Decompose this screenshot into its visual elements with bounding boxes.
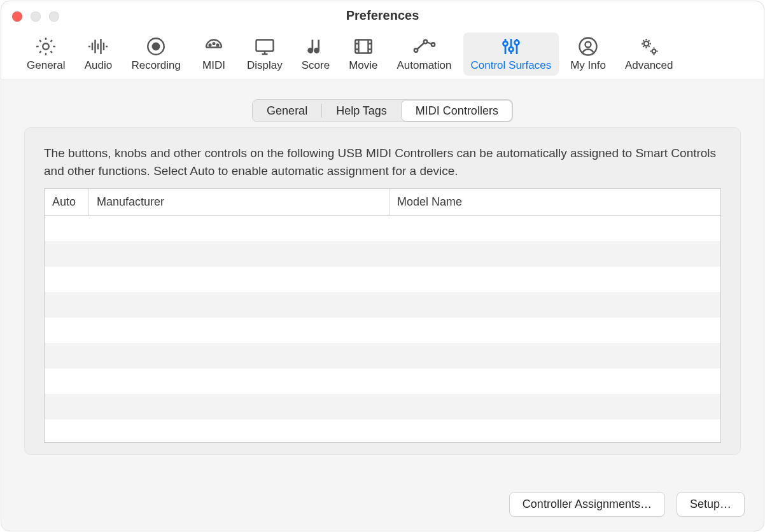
tab-label: General: [27, 59, 65, 72]
svg-point-17: [652, 50, 656, 53]
subtab-midi-controllers[interactable]: MIDI Controllers: [402, 101, 512, 121]
table-header: Auto Manufacturer Model Name: [45, 189, 720, 216]
tab-label: Display: [247, 59, 283, 72]
tab-midi[interactable]: MIDI: [192, 32, 235, 76]
tab-movie[interactable]: Movie: [341, 32, 385, 76]
tab-label: Control Surfaces: [471, 59, 552, 72]
svg-point-3: [209, 44, 211, 46]
table-row: [45, 419, 720, 443]
footer-buttons: Controller Assignments… Setup…: [509, 492, 745, 517]
waveform-icon: [85, 35, 111, 58]
table-row: [45, 368, 720, 394]
subtab-help-tags[interactable]: Help Tags: [321, 100, 401, 122]
svg-point-11: [503, 41, 507, 46]
tab-audio[interactable]: Audio: [76, 32, 120, 76]
tab-control-surfaces[interactable]: Control Surfaces: [463, 32, 559, 76]
automation-curve-icon: [412, 35, 437, 58]
tab-label: MIDI: [202, 59, 225, 72]
person-circle-icon: [575, 35, 601, 58]
midi-controllers-table[interactable]: Auto Manufacturer Model Name: [44, 188, 721, 443]
sliders-icon: [498, 35, 524, 58]
table-row: [45, 394, 720, 419]
subtab-general[interactable]: General: [253, 100, 321, 122]
table-row: [45, 318, 720, 343]
tab-display[interactable]: Display: [239, 32, 290, 76]
svg-point-10: [431, 43, 434, 46]
svg-point-16: [643, 41, 649, 46]
window-title: Preferences: [1, 8, 764, 23]
controller-assignments-button[interactable]: Controller Assignments…: [509, 492, 665, 517]
film-icon: [351, 35, 376, 58]
svg-point-15: [586, 42, 591, 48]
svg-point-13: [514, 41, 519, 45]
preferences-toolbar: General Audio Recording MIDI Display: [1, 30, 764, 80]
tab-automation[interactable]: Automation: [390, 32, 460, 76]
tab-label: Audio: [85, 59, 112, 72]
svg-point-4: [213, 43, 215, 45]
titlebar: Preferences: [1, 1, 764, 30]
display-icon: [252, 35, 277, 58]
svg-point-2: [153, 43, 160, 50]
tab-label: My Info: [570, 59, 606, 72]
subtab-segmented-control: General Help Tags MIDI Controllers: [252, 99, 513, 122]
preferences-window: Preferences General Audio Recording MI: [1, 1, 764, 531]
gear-icon: [33, 35, 59, 58]
tab-my-info[interactable]: My Info: [563, 32, 614, 76]
setup-button[interactable]: Setup…: [677, 492, 745, 517]
svg-point-5: [217, 44, 219, 46]
midi-controllers-panel: The buttons, knobs and other controls on…: [24, 127, 741, 455]
music-notes-icon: [303, 35, 328, 58]
tab-label: Score: [302, 59, 330, 72]
svg-rect-6: [256, 40, 273, 52]
table-body: [45, 216, 720, 443]
column-header-auto[interactable]: Auto: [45, 189, 89, 215]
table-row: [45, 292, 720, 318]
tab-label: Advanced: [625, 59, 673, 72]
tab-general[interactable]: General: [19, 32, 73, 76]
table-row: [45, 343, 720, 368]
svg-point-8: [414, 48, 417, 52]
tab-score[interactable]: Score: [294, 32, 337, 76]
gears-icon: [636, 35, 662, 58]
tab-advanced[interactable]: Advanced: [617, 32, 681, 76]
tab-label: Automation: [397, 59, 452, 72]
content-area: General Help Tags MIDI Controllers The b…: [1, 80, 764, 455]
tab-label: Movie: [349, 59, 377, 72]
record-icon: [143, 35, 169, 58]
table-row: [45, 216, 720, 241]
table-row: [45, 241, 720, 267]
column-header-model-name[interactable]: Model Name: [390, 189, 720, 215]
svg-point-0: [43, 43, 49, 50]
column-header-manufacturer[interactable]: Manufacturer: [89, 189, 390, 215]
panel-description: The buttons, knobs and other controls on…: [44, 144, 721, 179]
table-row: [45, 267, 720, 292]
svg-rect-7: [355, 40, 372, 53]
tab-recording[interactable]: Recording: [123, 32, 188, 76]
svg-point-9: [423, 40, 426, 43]
tab-label: Recording: [131, 59, 181, 72]
svg-point-12: [509, 47, 513, 52]
midi-port-icon: [201, 35, 227, 58]
